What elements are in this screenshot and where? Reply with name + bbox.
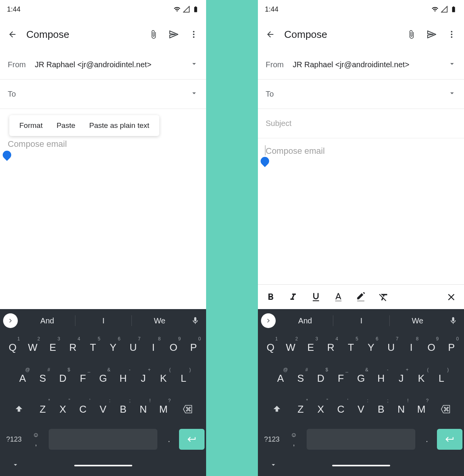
key-u[interactable]: U7: [382, 335, 401, 360]
key-e[interactable]: E3: [43, 335, 63, 360]
key-y[interactable]: Y6: [104, 335, 123, 360]
key-c[interactable]: C': [331, 396, 351, 422]
back-button[interactable]: [3, 25, 22, 44]
key-o[interactable]: O9: [164, 335, 183, 360]
mic-button[interactable]: [188, 316, 203, 325]
key-u[interactable]: U7: [124, 335, 143, 360]
key-n[interactable]: N!: [392, 396, 411, 422]
key-p[interactable]: P0: [184, 335, 203, 360]
to-field[interactable]: To: [258, 80, 464, 109]
emoji-key[interactable]: ☺,: [26, 429, 46, 450]
key-y[interactable]: Y6: [362, 335, 381, 360]
subject-field[interactable]: Subject: [258, 109, 464, 138]
key-l[interactable]: L): [432, 366, 451, 391]
to-field[interactable]: To: [0, 80, 206, 109]
key-i[interactable]: I8: [144, 335, 163, 360]
key-j[interactable]: J+: [392, 366, 411, 391]
close-toolbar-button[interactable]: [440, 285, 462, 309]
chevron-down-icon[interactable]: [448, 89, 456, 99]
key-v[interactable]: V:: [94, 396, 113, 422]
highlight-button[interactable]: [350, 285, 372, 309]
suggestion-1[interactable]: And: [277, 316, 333, 325]
key-g[interactable]: G&: [94, 366, 113, 391]
chevron-down-icon[interactable]: [448, 60, 456, 70]
key-t[interactable]: T5: [341, 335, 361, 360]
shift-key[interactable]: [263, 396, 290, 422]
key-e[interactable]: E3: [301, 335, 321, 360]
text-cursor-handle[interactable]: [1, 149, 13, 161]
key-w[interactable]: W2: [23, 335, 43, 360]
keyboard-hide-icon[interactable]: [270, 461, 277, 470]
chevron-down-icon[interactable]: [190, 89, 198, 99]
period-key[interactable]: .: [418, 429, 435, 450]
key-h[interactable]: H-: [114, 366, 133, 391]
from-field[interactable]: From JR Raphael <jr@androidintel.net>: [258, 50, 464, 80]
key-p[interactable]: P0: [442, 335, 461, 360]
key-t[interactable]: T5: [84, 335, 103, 360]
backspace-key[interactable]: [432, 396, 459, 422]
key-d[interactable]: D$: [53, 366, 73, 391]
key-r[interactable]: R4: [63, 335, 83, 360]
key-n[interactable]: N!: [134, 396, 153, 422]
suggestion-3[interactable]: We: [132, 316, 188, 325]
key-z[interactable]: Z*: [291, 396, 310, 422]
key-k[interactable]: K(: [412, 366, 431, 391]
key-q[interactable]: Q1: [3, 335, 22, 360]
shift-key[interactable]: [5, 396, 32, 422]
key-c[interactable]: C': [73, 396, 93, 422]
mic-button[interactable]: [445, 316, 461, 325]
bold-button[interactable]: [259, 285, 282, 309]
space-key[interactable]: [49, 429, 157, 450]
home-handle[interactable]: [74, 465, 132, 466]
key-m[interactable]: M?: [412, 396, 431, 422]
suggestion-2[interactable]: I: [75, 316, 131, 325]
from-field[interactable]: From JR Raphael <jr@androidintel.net>: [0, 50, 206, 80]
italic-button[interactable]: [282, 285, 304, 309]
space-key[interactable]: [307, 429, 415, 450]
symbols-key[interactable]: ?123: [2, 429, 26, 450]
key-x[interactable]: X": [311, 396, 331, 422]
key-k[interactable]: K(: [154, 366, 173, 391]
menu-paste[interactable]: Paste: [49, 121, 82, 130]
key-v[interactable]: V:: [351, 396, 371, 422]
keyboard-expand-button[interactable]: [3, 313, 18, 328]
compose-body[interactable]: Format Paste Paste as plain text Compose…: [0, 109, 206, 309]
key-z[interactable]: Z*: [33, 396, 53, 422]
period-key[interactable]: .: [160, 429, 177, 450]
suggestion-2[interactable]: I: [333, 316, 389, 325]
key-r[interactable]: R4: [321, 335, 341, 360]
compose-body[interactable]: Compose email: [258, 138, 464, 284]
suggestion-1[interactable]: And: [19, 316, 75, 325]
key-h[interactable]: H-: [372, 366, 391, 391]
key-d[interactable]: D$: [311, 366, 331, 391]
key-m[interactable]: M?: [154, 396, 173, 422]
back-button[interactable]: [261, 25, 280, 44]
key-g[interactable]: G&: [351, 366, 371, 391]
key-a[interactable]: A@: [271, 366, 290, 391]
keyboard-expand-button[interactable]: [261, 313, 276, 328]
key-q[interactable]: Q1: [261, 335, 280, 360]
clear-format-button[interactable]: [372, 285, 395, 309]
send-button[interactable]: [422, 25, 441, 44]
home-handle[interactable]: [332, 465, 390, 466]
enter-key[interactable]: [437, 429, 462, 450]
key-a[interactable]: A@: [13, 366, 32, 391]
attach-button[interactable]: [144, 25, 163, 44]
more-button[interactable]: [184, 25, 203, 44]
keyboard-hide-icon[interactable]: [12, 461, 19, 470]
key-f[interactable]: F_: [73, 366, 93, 391]
more-button[interactable]: [442, 25, 461, 44]
key-w[interactable]: W2: [281, 335, 300, 360]
text-color-button[interactable]: [327, 285, 350, 309]
attach-button[interactable]: [402, 25, 421, 44]
underline-button[interactable]: [305, 285, 327, 309]
suggestion-3[interactable]: We: [390, 316, 445, 325]
enter-key[interactable]: [179, 429, 205, 450]
chevron-down-icon[interactable]: [190, 60, 198, 70]
key-b[interactable]: B;: [372, 396, 391, 422]
backspace-key[interactable]: [174, 396, 201, 422]
key-s[interactable]: S#: [291, 366, 310, 391]
key-f[interactable]: F_: [331, 366, 351, 391]
key-i[interactable]: I8: [402, 335, 421, 360]
key-x[interactable]: X": [53, 396, 73, 422]
